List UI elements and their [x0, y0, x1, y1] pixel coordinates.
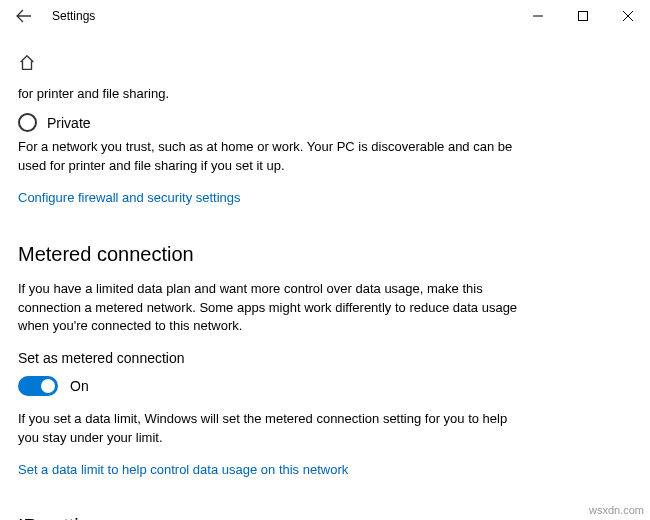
data-limit-link[interactable]: Set a data limit to help control data us… — [18, 462, 632, 477]
toggle-row: On — [18, 376, 632, 396]
back-arrow-icon — [16, 8, 32, 24]
window-controls — [515, 0, 650, 32]
home-row — [18, 54, 632, 76]
firewall-link[interactable]: Configure firewall and security settings — [18, 190, 632, 205]
watermark-text: wsxdn.com — [589, 504, 644, 516]
close-icon — [623, 11, 633, 21]
maximize-button[interactable] — [560, 0, 605, 32]
truncated-description: for printer and file sharing. — [18, 86, 632, 101]
home-icon — [18, 54, 36, 72]
content-area: for printer and file sharing. Private Fo… — [0, 54, 650, 520]
minimize-icon — [533, 11, 543, 21]
metered-description: If you have a limited data plan and want… — [18, 280, 518, 337]
back-button[interactable] — [10, 2, 38, 30]
metered-toggle[interactable] — [18, 376, 58, 396]
minimize-button[interactable] — [515, 0, 560, 32]
radio-icon — [18, 113, 37, 132]
close-button[interactable] — [605, 0, 650, 32]
toggle-state-text: On — [70, 378, 89, 394]
private-description: For a network you trust, such as at home… — [18, 138, 518, 176]
private-radio[interactable]: Private — [18, 113, 632, 132]
maximize-icon — [578, 11, 588, 21]
metered-heading: Metered connection — [18, 243, 632, 266]
toggle-knob-icon — [41, 379, 55, 393]
svg-rect-0 — [578, 12, 587, 21]
window-title: Settings — [52, 9, 95, 23]
title-bar: Settings — [0, 0, 650, 32]
private-radio-label: Private — [47, 115, 91, 131]
metered-toggle-label: Set as metered connection — [18, 350, 632, 366]
ip-settings-heading: IP settings — [18, 515, 632, 520]
data-limit-note: If you set a data limit, Windows will se… — [18, 410, 518, 448]
home-button[interactable] — [18, 54, 36, 72]
